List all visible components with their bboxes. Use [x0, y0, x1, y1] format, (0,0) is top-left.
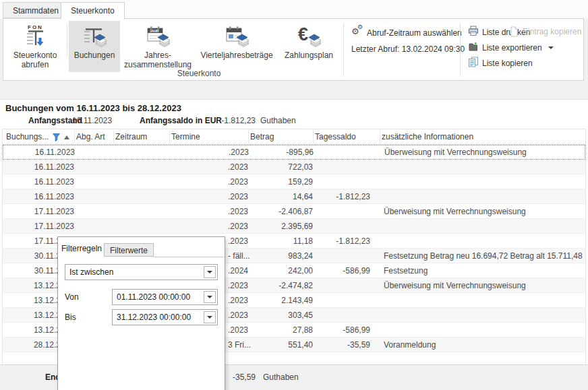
abruf-zeitraum-item[interactable]: ⚙⚙ Abruf-Zeitraum auswählen	[351, 25, 454, 41]
liste-kopieren-label: Liste kopieren	[482, 59, 533, 68]
ribbon-separator	[343, 23, 344, 76]
cell-tagessaldo: -1.812,23	[313, 189, 370, 203]
dropdown-arrow-button[interactable]	[204, 311, 216, 323]
endsaldo-note: Guthaben	[263, 372, 299, 382]
cell-zusatzinfo	[370, 308, 585, 322]
table-row[interactable]: 17.11.2023.20232.395,69	[3, 219, 585, 234]
bis-label: Bis	[65, 313, 76, 322]
cell-betrag: 14,64	[248, 189, 313, 203]
cell-hidden-columns	[74, 219, 228, 233]
table-row[interactable]: 17.11.2023.2023-2.406,87Überweisung mit …	[3, 204, 585, 219]
printer-icon	[468, 26, 479, 38]
cell-betrag: -2.406,87	[248, 204, 313, 218]
column-header-tagessaldo[interactable]: Tagessaldo	[315, 129, 356, 145]
filter-popup: Filterregeln Filterwerte Ist zwischen Vo…	[57, 236, 225, 390]
column-header-zusatzinfo[interactable]: zusätzliche Informationen	[382, 129, 473, 145]
column-header-zeitraum[interactable]: Zeitraum	[115, 129, 147, 145]
payment-plan-euro-icon: €	[295, 22, 322, 51]
liste-kopieren-button[interactable]: Liste kopieren	[468, 55, 557, 71]
cell-termine: 3 Fri...	[228, 337, 248, 352]
cell-zusatzinfo	[370, 160, 585, 174]
ribbon-group-label: Steuerkonto	[111, 69, 287, 78]
chevron-down-icon	[207, 271, 212, 273]
column-header-buchungsdatum[interactable]: Buchungs...	[6, 129, 69, 145]
cell-tagessaldo: -586,99	[313, 263, 370, 278]
cell-termine: .2023	[228, 174, 248, 189]
header-separator	[74, 131, 75, 143]
cell-tagessaldo	[313, 204, 370, 218]
cell-zusatzinfo: Voranmeldung	[370, 337, 585, 352]
ribbon-button-jahreszusammenstellung[interactable]: JAHRJahres-zusammenstellung	[120, 21, 196, 72]
cell-termine: .2023	[228, 160, 248, 174]
year-summary-icon: JAHR	[144, 22, 171, 51]
cell-betrag: 722,03	[248, 160, 313, 174]
ribbon-button-steuerkonto-abrufen[interactable]: FONSteuerkontoabrufen	[5, 21, 65, 72]
ribbon-button-label: Vierteljahresbeträge	[200, 51, 272, 60]
cell-betrag: 27,88	[248, 323, 313, 337]
cell-tagessaldo	[313, 160, 370, 174]
eintrag-kopieren-button[interactable]: Eintrag kopieren	[508, 26, 581, 37]
von-date-input[interactable]: 01.11.2023 00:00:00	[112, 289, 218, 305]
filter-tab-filterregeln[interactable]: Filterregeln	[59, 240, 104, 257]
cell-betrag: 551,40	[248, 337, 313, 352]
cell-betrag: 303,45	[248, 308, 313, 322]
cell-betrag: 2.143,49	[248, 293, 313, 307]
dropdown-arrow-button[interactable]	[204, 291, 216, 303]
header-separator	[380, 131, 380, 143]
tab-steuerkonto[interactable]: Steuerkonto	[61, 2, 125, 20]
liste-exportieren-button[interactable]: Liste exportieren	[468, 40, 557, 55]
cell-zusatzinfo	[370, 219, 585, 233]
tab-stammdaten[interactable]: Stammdaten	[3, 2, 69, 18]
cell-hidden-columns	[74, 174, 228, 189]
cell-zusatzinfo	[370, 293, 585, 307]
anfangssaldo-value: -1.812,23	[202, 116, 256, 125]
cell-termine: .2023	[228, 234, 248, 248]
table-row[interactable]: 16.11.2023.2023-895,96Überweisung mit Ve…	[3, 145, 585, 160]
cell-termine: .2023	[228, 219, 248, 233]
ribbon-button-vierteljahresbetraege[interactable]: Vierteljahresbeträge	[196, 21, 278, 72]
cell-termine: .2023	[228, 293, 248, 307]
dropdown-arrow-button[interactable]	[204, 266, 216, 278]
letzter-abruf-status: Letzter Abruf: 13.02.2024 09:30	[351, 41, 454, 57]
ribbon-button-zahlungsplan[interactable]: €Zahlungsplan	[278, 21, 340, 72]
cell-zusatzinfo: Überweisung mit Verrechnungsweisung	[371, 145, 585, 159]
cell-betrag: 983,24	[248, 249, 313, 263]
cell-termine: .2023	[229, 145, 249, 159]
cell-betrag: -895,96	[249, 145, 314, 159]
column-header-termine[interactable]: Termine	[171, 129, 200, 145]
cell-termine: .2024	[228, 263, 248, 278]
filter-rule-dropdown[interactable]: Ist zwischen	[65, 264, 218, 280]
filter-tab-filterwerte[interactable]: Filterwerte	[104, 243, 154, 257]
page-title: Buchungen vom 16.11.2023 bis 28.12.2023	[5, 103, 181, 113]
cell-zusatzinfo	[370, 174, 585, 189]
letzter-abruf-label: Letzter Abruf: 13.02.2024 09:30	[351, 44, 465, 54]
svg-text:JAHR: JAHR	[150, 29, 159, 33]
filter-rule-value: Ist zwischen	[69, 265, 113, 280]
column-header-abg-art[interactable]: Abg. Art	[76, 129, 105, 145]
cell-termine: .2023	[228, 278, 248, 292]
chevron-down-icon	[207, 316, 212, 319]
table-row[interactable]: 16.11.2023.2023722,03	[3, 160, 585, 174]
cell-buchungsdatum: 17.11.2023	[3, 204, 74, 218]
filter-funnel-icon[interactable]	[53, 133, 60, 141]
header-separator	[113, 131, 114, 143]
von-date-value: 01.11.2023 00:00:00	[117, 290, 190, 304]
ribbon-button-label: Zahlungsplan	[285, 51, 333, 60]
gears-icon: ⚙⚙	[351, 28, 363, 38]
column-header-betrag[interactable]: Betrag	[250, 129, 274, 145]
table-row[interactable]: 16.11.2023.2023159,29	[3, 174, 585, 189]
chevron-down-icon	[548, 46, 554, 49]
cell-hidden-columns	[74, 204, 228, 218]
cell-buchungsdatum: 16.11.2023	[3, 174, 74, 189]
ribbon-separator	[460, 23, 461, 76]
cell-zusatzinfo: Überweisung mit Verrechnungsweisung	[370, 204, 585, 218]
table-row[interactable]: 16.11.2023.202314,64-1.812,23	[3, 189, 585, 204]
svg-text:FON: FON	[28, 24, 43, 30]
header-separator	[169, 131, 170, 143]
cell-zusatzinfo	[370, 189, 585, 203]
ribbon-separator	[67, 24, 67, 55]
cell-tagessaldo: -35,59	[313, 337, 370, 352]
bis-date-input[interactable]: 31.12.2023 00:00:00	[112, 309, 218, 325]
cell-betrag: 11,18	[248, 234, 313, 248]
ribbon-button-buchungen[interactable]: Buchungen	[69, 21, 120, 72]
